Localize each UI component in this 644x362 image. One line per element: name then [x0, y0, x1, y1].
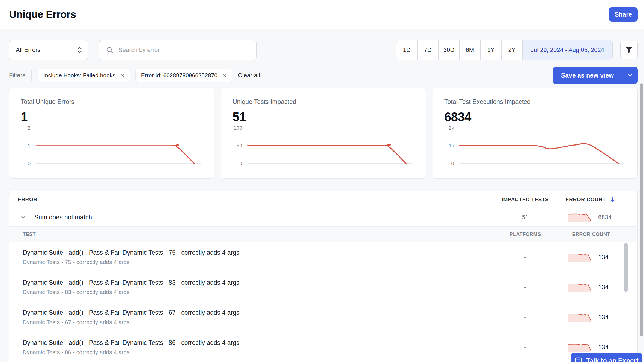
- time-range-group: 1D7D30D6M1Y2YJul 29, 2024 - Aug 05, 2024: [396, 40, 613, 60]
- column-test: TEST: [23, 232, 494, 237]
- test-subtitle: Dynamic Tests - 86 - correctly adds 4 ar…: [23, 349, 494, 355]
- time-range-1d[interactable]: 1D: [396, 40, 418, 60]
- search-box: [99, 40, 257, 60]
- test-title: Dynamic Suite - add() - Pass & Fail Dyna…: [23, 279, 494, 286]
- stat-cards: Total Unique Errors 1 210 Unique Tests I…: [9, 88, 638, 179]
- app-header: Unique Errors Share: [0, 0, 644, 29]
- talk-to-expert-button[interactable]: Talk to an Expert: [571, 353, 642, 362]
- date-range-button[interactable]: Jul 29, 2024 - Aug 05, 2024: [523, 40, 612, 60]
- inner-scrollbar-thumb[interactable]: [624, 243, 628, 292]
- stat-card-0: Total Unique Errors 1 210: [9, 88, 214, 179]
- chat-icon: [574, 357, 582, 362]
- test-rows: Dynamic Suite - add() - Pass & Fail Dyna…: [9, 242, 637, 362]
- test-row[interactable]: Dynamic Suite - add() - Pass & Fail Dyna…: [9, 332, 637, 362]
- y-tick: 2: [9, 124, 31, 132]
- time-range-6m[interactable]: 6M: [460, 40, 481, 60]
- test-row[interactable]: Dynamic Suite - add() - Pass & Fail Dyna…: [9, 302, 637, 332]
- filters-label: Filters: [9, 72, 25, 79]
- funnel-icon: [625, 46, 633, 54]
- error-group-name: Sum does not match: [34, 214, 92, 221]
- stat-card-label: Total Test Executions Impacted: [444, 98, 627, 106]
- error-type-value: All Errors: [16, 46, 76, 54]
- stat-card-label: Unique Tests Impacted: [232, 98, 415, 106]
- test-row[interactable]: Dynamic Suite - add() - Pass & Fail Dyna…: [9, 272, 637, 302]
- remove-chip-icon[interactable]: [222, 73, 227, 78]
- stat-card-label: Total Unique Errors: [21, 98, 203, 106]
- y-tick: 1k: [433, 142, 454, 149]
- page-title: Unique Errors: [9, 9, 609, 20]
- tests-table-header: TEST PLATFORMS ERROR COUNT: [9, 226, 637, 242]
- test-subtitle: Dynamic Tests - 67 - correctly adds 4 ar…: [23, 319, 494, 325]
- divider: [31, 70, 32, 81]
- column-error: ERROR: [18, 197, 494, 203]
- talk-to-expert-label: Talk to an Expert: [586, 357, 639, 362]
- column-test-error-count: ERROR COUNT: [572, 232, 610, 237]
- column-impacted-tests[interactable]: IMPACTED TESTS: [502, 197, 549, 203]
- test-error-count: 134: [598, 254, 609, 261]
- y-tick: 0: [221, 160, 242, 167]
- select-updown-icon: [76, 45, 83, 55]
- save-view-caret-button[interactable]: [622, 67, 638, 84]
- sort-descending-icon[interactable]: [609, 196, 616, 203]
- y-tick: 0: [9, 160, 31, 167]
- time-range-1y[interactable]: 1Y: [481, 40, 502, 60]
- save-view-button[interactable]: Save as new view: [553, 67, 622, 84]
- group-error-count: 6834: [598, 214, 612, 221]
- test-platforms: -: [524, 314, 526, 321]
- test-error-count-sparkline: [568, 253, 591, 262]
- test-platforms: -: [524, 344, 526, 351]
- test-error-count: 134: [598, 284, 609, 291]
- toolbar: All Errors 1D7D30D6M1Y2YJul 29, 2024 - A…: [9, 40, 638, 60]
- test-title: Dynamic Suite - add() - Pass & Fail Dyna…: [23, 309, 494, 316]
- stat-card-chart: 100500: [221, 126, 426, 170]
- page-scrollbar-thumb[interactable]: [640, 83, 643, 336]
- expand-chevron-icon[interactable]: [20, 214, 26, 220]
- test-subtitle: Dynamic Tests - 83 - correctly adds 4 ar…: [23, 289, 494, 295]
- stat-card-chart: 210: [9, 126, 214, 170]
- filter-chip: Include Hooks: Failed hooks: [38, 69, 130, 82]
- column-error-count[interactable]: ERROR COUNT: [565, 197, 606, 203]
- filter-chip: Error Id: 60289780966252870: [135, 69, 232, 82]
- group-error-count-sparkline: [568, 213, 591, 222]
- test-row[interactable]: Dynamic Suite - add() - Pass & Fail Dyna…: [9, 242, 637, 272]
- column-platforms: PLATFORMS: [509, 232, 541, 237]
- remove-chip-icon[interactable]: [120, 73, 125, 78]
- group-impacted-tests: 51: [522, 214, 529, 221]
- test-error-count-sparkline: [568, 343, 591, 352]
- test-title: Dynamic Suite - add() - Pass & Fail Dyna…: [23, 249, 494, 256]
- y-tick: 50: [221, 142, 242, 149]
- stat-card-2: Total Test Executions Impacted 6834 2k1k…: [433, 88, 638, 179]
- chevron-down-icon: [627, 72, 634, 79]
- search-input[interactable]: [118, 46, 250, 54]
- test-platforms: -: [524, 284, 526, 291]
- time-range-30d[interactable]: 30D: [439, 40, 460, 60]
- filter-funnel-button[interactable]: [620, 41, 638, 59]
- test-error-count: 134: [598, 314, 609, 321]
- test-error-count-sparkline: [568, 283, 591, 292]
- test-platforms: -: [524, 254, 526, 261]
- y-tick: 1: [9, 142, 31, 149]
- time-range-2y[interactable]: 2Y: [502, 40, 523, 60]
- errors-table-header: ERROR IMPACTED TESTS ERROR COUNT: [9, 191, 637, 208]
- test-subtitle: Dynamic Tests - 75 - correctly adds 4 ar…: [23, 259, 494, 265]
- stat-card-chart: 2k1k0: [433, 126, 637, 170]
- stat-card-1: Unique Tests Impacted 51 100500: [221, 88, 426, 179]
- filter-row: Filters Include Hooks: Failed hooks Erro…: [9, 67, 638, 84]
- error-group-row[interactable]: Sum does not match 51 6834: [9, 208, 637, 226]
- errors-table: ERROR IMPACTED TESTS ERROR COUNT Sum doe…: [9, 191, 638, 362]
- test-error-count-sparkline: [568, 313, 591, 322]
- share-button[interactable]: Share: [609, 7, 638, 22]
- save-view-split-button: Save as new view: [553, 67, 638, 84]
- time-range-7d[interactable]: 7D: [418, 40, 439, 60]
- y-tick: 0: [433, 160, 454, 167]
- clear-all-button[interactable]: Clear all: [238, 72, 260, 79]
- stat-card-value: 6834: [444, 109, 627, 124]
- y-tick: 2k: [433, 124, 454, 132]
- y-tick: 100: [221, 124, 242, 132]
- stat-card-value: 1: [21, 109, 203, 124]
- stat-card-value: 51: [232, 109, 415, 124]
- search-icon: [106, 46, 114, 54]
- test-title: Dynamic Suite - add() - Pass & Fail Dyna…: [23, 339, 494, 346]
- filter-chips: Include Hooks: Failed hooks Error Id: 60…: [38, 69, 232, 82]
- error-type-select[interactable]: All Errors: [9, 40, 88, 60]
